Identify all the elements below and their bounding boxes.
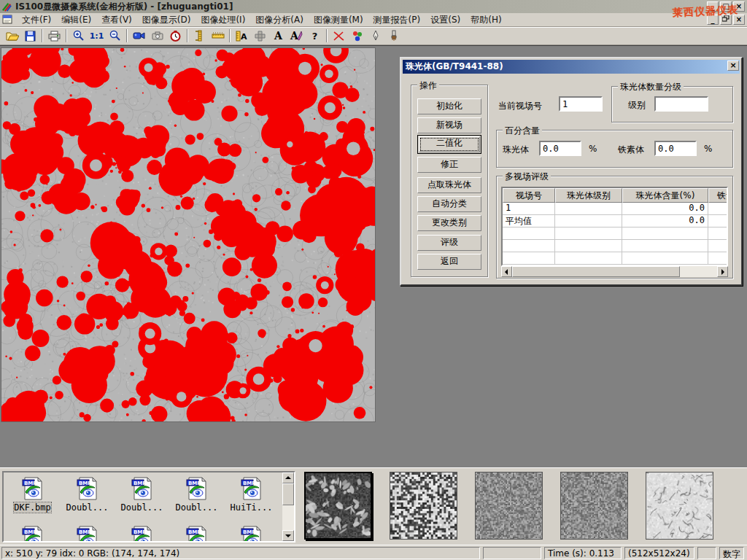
change-class-button[interactable]: 更改类别 <box>417 215 481 231</box>
zoom-out-icon <box>109 30 121 42</box>
mdi-restore-button[interactable] <box>720 15 732 25</box>
save-button[interactable] <box>22 28 39 44</box>
video-capture-button[interactable] <box>131 28 147 44</box>
file-item[interactable]: BMP <box>5 525 60 542</box>
table-row[interactable]: 平均值 0.0 <box>503 215 727 228</box>
menu-image-analysis[interactable]: 图像分析(A) <box>250 12 309 28</box>
menu-settings[interactable]: 设置(S) <box>425 12 465 28</box>
pearlite-label: 珠光体 <box>503 144 529 156</box>
correct-button[interactable]: 修正 <box>417 157 481 173</box>
pearlite-unit: % <box>589 144 597 154</box>
window-close-button[interactable]: × <box>733 1 745 12</box>
window-maximize-button[interactable]: □ <box>720 1 732 12</box>
rate-button[interactable]: 评级 <box>417 235 481 251</box>
file-item[interactable]: BMP DKF.bmp <box>5 476 60 513</box>
ferrite-percent-input[interactable] <box>654 141 697 156</box>
menu-file[interactable]: 文件(F) <box>17 12 56 28</box>
svg-text:A: A <box>241 32 247 42</box>
menu-view[interactable]: 查看(V) <box>96 12 137 28</box>
dialog-title-bar[interactable]: 珠光体(GB/T9441-88) <box>403 60 740 74</box>
new-field-button[interactable]: 新视场 <box>417 117 481 133</box>
operation-group-label: 操作 <box>417 79 439 92</box>
init-button[interactable]: 初始化 <box>417 98 481 114</box>
menu-help[interactable]: 帮助(H) <box>465 12 506 28</box>
file-list[interactable]: BMP DKF.bmp BMP Doubl... BMP Doubl... BM… <box>2 471 295 542</box>
thumbnail-1[interactable] <box>304 472 372 540</box>
pearlite-percent-input[interactable] <box>539 141 581 156</box>
window-minimize-button[interactable]: _ <box>707 1 719 12</box>
time-panel: Time (s): 0.113 <box>544 547 622 559</box>
file-item[interactable]: BMP <box>60 525 115 542</box>
image-size-panel: (512x512x24) <box>624 547 694 559</box>
thumbnail-5[interactable] <box>646 472 713 540</box>
file-item[interactable]: BMP <box>115 525 169 542</box>
svg-text:BMP: BMP <box>133 481 146 486</box>
grade-label: 级别 <box>628 99 646 112</box>
file-item[interactable]: BMP Doubl... <box>115 476 169 513</box>
file-item[interactable]: BMP <box>169 525 224 542</box>
svg-text:BMP: BMP <box>79 529 91 535</box>
bmp-file-icon: BMP <box>75 476 100 501</box>
micrograph-canvas[interactable] <box>1 48 375 421</box>
pick-pearlite-button[interactable]: 点取珠光体 <box>417 177 481 193</box>
brush-tool-button[interactable] <box>385 28 402 44</box>
annotate-tool-button[interactable]: A <box>288 28 305 44</box>
toolbar-separator <box>326 29 328 42</box>
table-hscrollbar[interactable] <box>501 266 728 277</box>
percent-group-label: 百分含量 <box>503 125 542 137</box>
phase-count-button[interactable] <box>349 28 365 44</box>
grade-input[interactable] <box>654 96 708 112</box>
operation-group: 操作 初始化 新视场 二值化 修正 点取珠光体 自动分类 更改类别 评级 返回 <box>411 85 488 277</box>
toolbar-separator <box>229 29 231 42</box>
zoom-in-button[interactable] <box>70 28 87 44</box>
ruler-button[interactable] <box>209 28 226 44</box>
dialog-close-button[interactable]: × <box>727 61 739 71</box>
thumbnail-3[interactable] <box>475 472 543 540</box>
mdi-close-button[interactable]: × <box>733 15 745 25</box>
binarize-button[interactable]: 二值化 <box>417 135 481 154</box>
scroll-left-button[interactable] <box>501 266 512 277</box>
mode-panel: 数字 <box>719 547 744 559</box>
hscroll-thumb[interactable] <box>512 266 680 277</box>
file-item[interactable]: BMP <box>224 525 279 542</box>
grid-tool-button[interactable] <box>252 28 268 44</box>
pearlite-dialog: 珠光体(GB/T9441-88) × 操作 初始化 新视场 二值化 修正 点取珠… <box>400 57 743 286</box>
svg-text:BMP: BMP <box>24 529 36 535</box>
thumbnail-2[interactable] <box>390 472 457 540</box>
scroll-right-button[interactable] <box>717 266 728 277</box>
vscroll-thumb[interactable] <box>282 483 294 505</box>
svg-text:BMP: BMP <box>133 529 146 535</box>
menu-measure-report[interactable]: 测量报告(P) <box>368 12 426 28</box>
print-button[interactable] <box>46 28 63 44</box>
curve-cut-button[interactable] <box>330 28 347 44</box>
scroll-up-button[interactable] <box>282 472 294 483</box>
caliper-button[interactable] <box>191 28 208 44</box>
pencil-icon <box>297 31 303 41</box>
photo-capture-button[interactable] <box>149 28 166 44</box>
help-button[interactable]: ? <box>306 28 323 44</box>
table-row[interactable]: 1 0.0 <box>503 203 727 215</box>
auto-classify-button[interactable]: 自动分类 <box>417 196 481 212</box>
multiview-table[interactable]: 视场号 珠光体级别 珠光体含量(%) 铁素体 1 0.0 平均值 0.0 <box>501 187 728 266</box>
picker-tool-button[interactable] <box>367 28 384 44</box>
zoom-out-button[interactable] <box>107 28 123 44</box>
text-tool-button[interactable]: A <box>270 28 287 44</box>
menu-image-display[interactable]: 图像显示(D) <box>137 12 196 28</box>
menu-image-process[interactable]: 图像处理(I) <box>196 12 250 28</box>
timer-button[interactable] <box>167 28 184 44</box>
menu-edit[interactable]: 编辑(E) <box>56 12 96 28</box>
cursor-info-panel: x: 510 y: 79 idx: 0 RGB: (174, 174, 174) <box>1 547 480 559</box>
menu-image-measure[interactable]: 图像测量(M) <box>309 12 368 28</box>
actual-size-button[interactable]: 1:1 <box>88 28 105 44</box>
file-item[interactable]: BMP Doubl... <box>169 476 224 513</box>
measure-label-button[interactable]: A <box>233 28 250 44</box>
file-list-scrollbar[interactable] <box>282 472 294 541</box>
mdi-minimize-button[interactable]: _ <box>707 15 719 25</box>
open-button[interactable] <box>4 28 20 44</box>
scroll-down-button[interactable] <box>282 530 294 541</box>
thumbnail-4[interactable] <box>560 472 628 540</box>
file-item[interactable]: BMP HuiTi... <box>224 476 279 513</box>
current-field-input[interactable] <box>559 96 603 112</box>
return-button[interactable]: 返回 <box>417 254 481 270</box>
file-item[interactable]: BMP Doubl... <box>60 476 115 513</box>
